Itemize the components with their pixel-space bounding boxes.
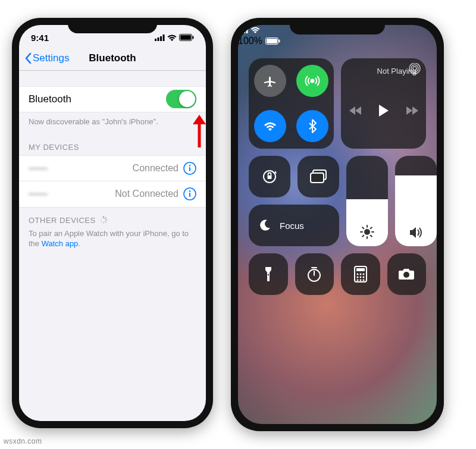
svg-line-41 bbox=[362, 227, 364, 228]
svg-point-54 bbox=[356, 277, 358, 278]
cellular-data-button[interactable] bbox=[296, 65, 328, 97]
spinner-icon bbox=[99, 216, 108, 224]
info-icon[interactable] bbox=[183, 162, 196, 175]
camera-button[interactable] bbox=[387, 253, 427, 295]
mirroring-icon bbox=[309, 169, 327, 184]
bluetooth-label: Bluetooth bbox=[29, 93, 166, 105]
svg-rect-1 bbox=[158, 37, 159, 41]
timer-button[interactable] bbox=[295, 253, 334, 295]
settings-screen: 9:41 Settings Bluetooth Bluetooth bbox=[19, 25, 206, 421]
svg-point-28 bbox=[311, 80, 314, 83]
svg-rect-22 bbox=[241, 30, 243, 33]
camera-icon bbox=[398, 268, 415, 281]
svg-point-57 bbox=[356, 280, 358, 281]
bluetooth-icon bbox=[308, 119, 317, 133]
device-status: Not Connected bbox=[115, 189, 178, 199]
wifi-button[interactable] bbox=[254, 110, 286, 142]
svg-rect-33 bbox=[268, 175, 272, 179]
page-title: Bluetooth bbox=[89, 52, 136, 64]
flashlight-button[interactable] bbox=[249, 253, 288, 295]
svg-rect-9 bbox=[189, 167, 190, 171]
airplane-mode-button[interactable] bbox=[254, 65, 286, 97]
volume-icon bbox=[409, 226, 423, 239]
screen-mirroring-button[interactable] bbox=[298, 156, 339, 197]
watch-app-link[interactable]: Watch app bbox=[42, 239, 79, 248]
svg-point-11 bbox=[189, 190, 191, 192]
svg-point-60 bbox=[403, 272, 409, 278]
back-label: Settings bbox=[33, 52, 69, 64]
calculator-icon bbox=[354, 266, 367, 282]
orientation-lock-button[interactable] bbox=[249, 156, 290, 197]
svg-line-42 bbox=[371, 236, 372, 237]
notch bbox=[68, 18, 157, 33]
signal-icon bbox=[155, 34, 165, 41]
volume-slider[interactable] bbox=[395, 156, 437, 246]
back-button[interactable]: Settings bbox=[25, 52, 69, 64]
status-icons bbox=[155, 34, 194, 41]
timer-icon bbox=[306, 266, 322, 282]
device-name: —— bbox=[29, 189, 115, 199]
svg-point-58 bbox=[359, 280, 361, 281]
device-row[interactable]: —— Connected bbox=[19, 155, 206, 181]
brightness-slider[interactable] bbox=[346, 156, 388, 246]
device-status: Connected bbox=[133, 163, 178, 174]
control-center-screen: 100% bbox=[238, 25, 437, 424]
svg-rect-2 bbox=[160, 36, 162, 41]
focus-label: Focus bbox=[280, 221, 304, 231]
chevron-left-icon bbox=[25, 53, 32, 64]
wifi-icon bbox=[167, 34, 177, 41]
bluetooth-button[interactable] bbox=[296, 110, 328, 142]
bluetooth-row: Bluetooth bbox=[19, 86, 206, 112]
antenna-icon bbox=[305, 73, 320, 89]
moon-icon bbox=[258, 219, 271, 232]
svg-rect-3 bbox=[163, 34, 165, 41]
my-devices-header: MY DEVICES bbox=[19, 134, 206, 155]
svg-rect-5 bbox=[180, 35, 191, 40]
flashlight-icon bbox=[264, 266, 273, 282]
status-time: 9:41 bbox=[31, 33, 49, 43]
phone-settings: 9:41 Settings Bluetooth Bluetooth bbox=[12, 18, 213, 428]
brightness-icon bbox=[360, 225, 374, 239]
device-name: —— bbox=[29, 163, 133, 174]
connectivity-pod bbox=[249, 58, 334, 149]
play-icon[interactable] bbox=[378, 104, 390, 117]
wifi-icon bbox=[263, 120, 277, 132]
svg-point-52 bbox=[359, 274, 361, 275]
notch bbox=[290, 18, 385, 34]
now-playing-pod[interactable]: Not Playing bbox=[341, 58, 426, 149]
now-playing-title: Not Playing bbox=[377, 67, 416, 76]
info-icon[interactable] bbox=[183, 187, 196, 200]
svg-line-18 bbox=[101, 222, 102, 223]
svg-line-16 bbox=[105, 222, 106, 223]
device-row[interactable]: —— Not Connected bbox=[19, 181, 206, 208]
svg-rect-50 bbox=[356, 268, 365, 271]
watermark: wsxdn.com bbox=[4, 437, 42, 445]
bluetooth-toggle[interactable] bbox=[166, 90, 196, 108]
svg-point-45 bbox=[268, 274, 269, 275]
pair-watch-text: To pair an Apple Watch with your iPhone,… bbox=[19, 228, 206, 249]
battery-icon bbox=[179, 34, 194, 41]
next-icon[interactable] bbox=[405, 105, 418, 116]
svg-point-36 bbox=[364, 229, 370, 235]
svg-rect-6 bbox=[193, 36, 194, 39]
calculator-button[interactable] bbox=[341, 253, 380, 295]
previous-icon[interactable] bbox=[349, 105, 362, 116]
svg-rect-12 bbox=[189, 193, 190, 197]
svg-point-55 bbox=[359, 277, 361, 278]
focus-button[interactable]: Focus bbox=[249, 205, 339, 246]
svg-line-43 bbox=[362, 236, 364, 237]
svg-line-14 bbox=[105, 218, 106, 219]
airplane-icon bbox=[263, 74, 277, 88]
svg-rect-21 bbox=[238, 31, 240, 33]
svg-rect-35 bbox=[311, 173, 324, 183]
svg-point-8 bbox=[189, 165, 191, 167]
svg-point-59 bbox=[362, 280, 364, 281]
phone-control-center: 100% bbox=[231, 18, 444, 431]
annotation-arrow bbox=[190, 115, 208, 149]
svg-point-56 bbox=[362, 277, 364, 278]
rotation-lock-icon bbox=[261, 168, 278, 185]
other-devices-header: OTHER DEVICES bbox=[19, 208, 206, 228]
discoverable-text: Now discoverable as "John's iPhone". bbox=[19, 112, 206, 134]
svg-point-51 bbox=[356, 274, 358, 275]
svg-line-44 bbox=[371, 227, 372, 228]
